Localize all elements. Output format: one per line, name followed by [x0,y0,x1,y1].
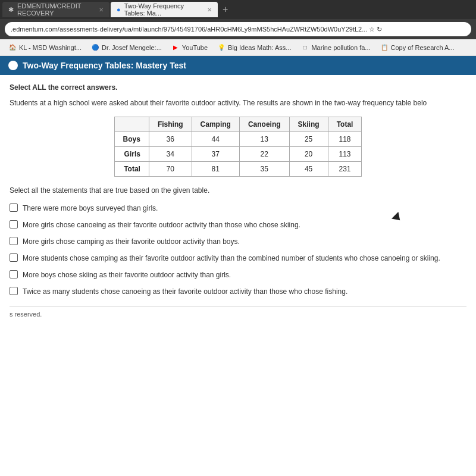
cell-girls-total: 113 [328,147,362,162]
row-label-total: Total [114,162,149,177]
footer-note: s reserved. [10,306,466,318]
checkbox-opt3[interactable] [10,237,18,245]
frequency-table: Fishing Camping Canoeing Skiing Total Bo… [114,117,362,177]
address-bar[interactable]: .edmentum.com/assessments-delivery/ua/mt… [5,22,471,36]
option-text-5: More boys chose skiing as their favorite… [23,270,231,280]
option-text-1: There were more boys surveyed than girls… [23,203,158,214]
bookmark-bigideas-label: Big Ideas Math: Ass... [228,44,291,51]
page-title: Two-Way Frequency Tables: Mastery Test [23,61,186,70]
cell-boys-skiing: 25 [289,132,328,147]
bookmark-copy-icon: 📋 [380,43,389,52]
col-header-empty [114,117,149,132]
bookmark-youtube[interactable]: ▶ YouTube [168,42,211,53]
cell-total-total: 231 [328,162,362,177]
table-row-girls: Girls 34 37 22 20 113 [114,147,362,162]
bookmark-marine[interactable]: □ Marine pollution fa... [297,42,374,53]
col-header-fishing: Fishing [149,117,192,132]
cell-total-canoeing: 35 [239,162,289,177]
option-text-2: More girls chose canoeing as their favor… [23,220,300,230]
col-header-total: Total [328,117,362,132]
tab-edmentum-favicon: ✱ [8,6,14,14]
tab-frequency-close[interactable]: ✕ [207,7,212,13]
col-header-skiing: Skiing [289,117,328,132]
bookmark-copy[interactable]: 📋 Copy of Research A... [377,42,458,53]
bookmark-youtube-icon: ▶ [171,43,180,52]
list-item: More girls chose canoeing as their favor… [10,220,466,230]
instruction-text: Select ALL the correct answers. [10,83,466,92]
bookmarks-bar: 🏠 KL - MSD Washingt... 🔵 Dr. Josef Menge… [0,39,476,56]
cell-boys-canoeing: 13 [239,132,289,147]
cell-girls-skiing: 20 [289,147,328,162]
tab-edmentum-label: EDMENTUM/CREDIT RECOVERY [17,2,95,17]
bookmark-kl[interactable]: 🏠 KL - MSD Washingt... [5,42,85,53]
bookmark-youtube-label: YouTube [182,44,208,51]
checkbox-opt5[interactable] [10,270,18,278]
content-area: Select ALL the correct answers. Students… [0,75,476,326]
option-text-3: More girls chose camping as their favori… [23,236,240,247]
cell-girls-canoeing: 22 [239,147,289,162]
checkbox-opt4[interactable] [10,253,18,262]
cell-boys-total: 118 [328,132,362,147]
tab-bar: ✱ EDMENTUM/CREDIT RECOVERY ✕ ● Two-Way F… [0,0,476,19]
description-text: Students at a high school were asked abo… [10,98,466,108]
col-header-canoeing: Canoeing [239,117,289,132]
list-item: More students chose camping as their fav… [10,253,466,264]
cell-total-skiing: 45 [289,162,328,177]
new-tab-button[interactable]: + [219,4,231,15]
address-bar-row: .edmentum.com/assessments-delivery/ua/mt… [0,19,476,39]
table-row-total: Total 70 81 35 45 231 [114,162,362,177]
checkbox-opt6[interactable] [10,287,18,295]
header-dot-icon [8,61,18,70]
cell-boys-fishing: 36 [149,132,192,147]
bookmark-marine-icon: □ [300,43,309,52]
list-item: There were more boys surveyed than girls… [10,203,466,214]
bookmark-bigideas-icon: 💡 [217,43,226,52]
bookmark-bigideas[interactable]: 💡 Big Ideas Math: Ass... [214,42,295,53]
list-item: More girls chose camping as their favori… [10,236,466,247]
cell-girls-camping: 37 [192,147,239,162]
list-item: More boys chose skiing as their favorite… [10,270,466,280]
tab-edmentum-close[interactable]: ✕ [99,7,104,13]
bookmark-copy-label: Copy of Research A... [391,44,455,51]
bookmark-mengele-icon: 🔵 [91,43,99,52]
col-header-camping: Camping [192,117,239,132]
option-text-6: Twice as many students chose canoeing as… [23,286,347,297]
address-bar-url: .edmentum.com/assessments-delivery/ua/mt… [11,26,382,33]
page-header: Two-Way Frequency Tables: Mastery Test [0,56,476,75]
bookmark-mengele-label: Dr. Josef Mengele:... [102,44,162,51]
browser-chrome: ✱ EDMENTUM/CREDIT RECOVERY ✕ ● Two-Way F… [0,0,476,56]
checkbox-opt2[interactable] [10,220,18,228]
option-text-4: More students chose camping as their fav… [23,253,440,264]
frequency-table-container: Fishing Camping Canoeing Skiing Total Bo… [10,117,466,177]
list-item: Twice as many students chose canoeing as… [10,286,466,297]
tab-frequency-favicon: ● [117,6,121,13]
checkbox-opt1[interactable] [10,203,18,212]
page-content: Two-Way Frequency Tables: Mastery Test S… [0,56,476,476]
tab-frequency-label: Two-Way Frequency Tables: Ma... [124,2,203,17]
table-header-row: Fishing Camping Canoeing Skiing Total [114,117,362,132]
bookmark-kl-label: KL - MSD Washingt... [19,44,82,51]
bookmark-mengele[interactable]: 🔵 Dr. Josef Mengele:... [87,42,165,53]
cell-total-fishing: 70 [149,162,192,177]
cell-girls-fishing: 34 [149,147,192,162]
row-label-boys: Boys [114,132,149,147]
checkbox-list: There were more boys surveyed than girls… [10,203,466,297]
cell-boys-camping: 44 [192,132,239,147]
select-statement: Select all the statements that are true … [10,186,466,195]
cell-total-camping: 81 [192,162,239,177]
tab-edmentum[interactable]: ✱ EDMENTUM/CREDIT RECOVERY ✕ [2,2,109,17]
bookmark-marine-label: Marine pollution fa... [311,44,370,51]
bookmark-kl-icon: 🏠 [8,43,17,52]
row-label-girls: Girls [114,147,149,162]
table-row-boys: Boys 36 44 13 25 118 [114,132,362,147]
tab-frequency[interactable]: ● Two-Way Frequency Tables: Ma... ✕ [111,2,218,17]
